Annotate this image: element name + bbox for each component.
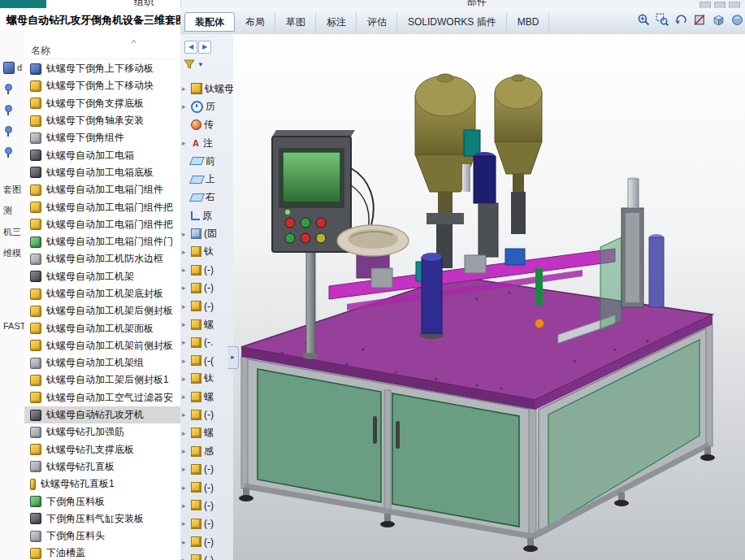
zoom-to-fit-icon[interactable] — [636, 11, 652, 28]
window-control-icon[interactable] — [714, 2, 726, 8]
organize-menu[interactable]: 组织 — [134, 0, 154, 8]
drill-unit[interactable] — [462, 130, 498, 257]
list-item[interactable]: 钛螺母自动加工电箱门组件把 — [24, 216, 180, 233]
expand-arrow-icon[interactable] — [182, 266, 188, 274]
list-item[interactable]: 钛螺母钻孔加强筋 — [24, 423, 180, 441]
list-item[interactable]: 下油槽盖 — [24, 545, 180, 560]
tab-布局[interactable]: 布局 — [235, 12, 275, 32]
glass-door-left[interactable] — [258, 369, 381, 502]
carriage[interactable] — [505, 249, 525, 265]
expand-arrow-icon[interactable] — [182, 85, 188, 93]
list-item[interactable]: 钛螺母自动加工机架 — [24, 268, 180, 285]
list-item[interactable]: 钛螺母下倒角上下移动块 — [24, 77, 180, 94]
list-item[interactable]: 钛螺母下倒角支撑底板 — [24, 95, 180, 112]
feature-tree-item[interactable]: (-) — [180, 406, 233, 423]
feature-tree-item[interactable]: 感 — [180, 442, 233, 460]
section-view-icon[interactable] — [691, 11, 708, 28]
list-item[interactable]: 钛螺母自动加工机架前侧封板 — [24, 337, 180, 354]
feature-tree-item[interactable]: 钛 — [180, 370, 233, 388]
tab-评估[interactable]: 评估 — [357, 12, 397, 32]
feature-tree-item[interactable]: 钛 — [180, 243, 233, 261]
pinned-item-icon[interactable] — [3, 145, 12, 159]
feature-tree-item[interactable]: (-) — [180, 497, 233, 514]
nav-document-item[interactable]: d — [3, 60, 22, 75]
list-item[interactable]: 钛螺母自动加工机架底封板 — [24, 285, 180, 302]
glass-door-right[interactable] — [392, 393, 519, 527]
list-item[interactable]: 下倒角压料板 — [24, 493, 180, 510]
feature-tree-item[interactable]: (-) — [180, 479, 233, 497]
feature-tree-item[interactable]: (-) — [180, 261, 233, 279]
feature-tree-item[interactable]: 注 — [180, 134, 233, 152]
list-item[interactable]: 钛螺母钻孔直板 — [24, 458, 180, 475]
main-viewport[interactable] — [233, 34, 745, 560]
list-item[interactable]: 钛螺母自动加工机架后侧封板 — [24, 302, 180, 319]
tab-标注[interactable]: 标注 — [316, 12, 357, 32]
pinned-item-icon[interactable] — [3, 102, 12, 117]
hopper-right[interactable] — [495, 75, 542, 234]
list-item[interactable]: 下倒角压料气缸安装板 — [24, 510, 180, 527]
feature-tree-item[interactable]: (-) — [180, 514, 233, 532]
nav-text-fragment[interactable]: 套图 — [3, 182, 21, 197]
carriage[interactable] — [465, 255, 486, 273]
list-item[interactable]: 钛螺母钻孔直板1 — [24, 475, 180, 493]
pinned-item-icon[interactable] — [3, 124, 12, 138]
list-item[interactable]: 钛螺母自动加工机架组 — [24, 354, 180, 371]
feature-tree-item[interactable]: 钛螺母 — [180, 80, 233, 98]
expand-arrow-icon[interactable] — [182, 465, 188, 473]
feature-tree-item[interactable]: (-) — [180, 532, 233, 550]
feature-tree-item[interactable]: 传 — [180, 116, 233, 134]
front-cylinder[interactable] — [420, 253, 444, 339]
window-control-icon[interactable] — [729, 2, 740, 8]
nav-text-fragment[interactable]: 维模 — [3, 245, 21, 260]
tab-草图[interactable]: 草图 — [275, 12, 316, 32]
list-item[interactable]: 钛螺母下倒角组件 — [24, 129, 180, 146]
list-item[interactable]: 钛螺母自动加工电箱门组件 — [24, 181, 180, 198]
right-tower[interactable] — [600, 177, 664, 331]
panel-collapse-handle[interactable] — [227, 346, 239, 369]
tree-filter-row[interactable]: ▼ — [184, 59, 204, 70]
expand-arrow-icon[interactable] — [182, 538, 188, 546]
expand-arrow-icon[interactable] — [182, 357, 188, 365]
expand-arrow-icon[interactable] — [182, 410, 188, 419]
list-item[interactable]: 钛螺母自动加工机架面板 — [24, 319, 180, 336]
feature-tree-item[interactable]: (-. — [180, 333, 233, 351]
expand-arrow-icon[interactable] — [182, 501, 188, 510]
nav-text-fragment[interactable]: FAST — [3, 319, 25, 333]
expand-arrow-icon[interactable] — [182, 302, 188, 310]
pinned-item-icon[interactable] — [3, 81, 12, 96]
nav-text-fragment[interactable]: 机三 — [3, 224, 21, 239]
expand-arrow-icon[interactable] — [182, 429, 188, 437]
expand-arrow-icon[interactable] — [182, 284, 188, 292]
green-sensor-bar[interactable] — [535, 268, 543, 306]
feature-tree-item[interactable]: (-) — [180, 279, 233, 297]
list-item[interactable]: 钛螺母下倒角轴承安装 — [24, 112, 180, 129]
window-control-icon[interactable] — [700, 2, 711, 8]
feature-tree-item[interactable]: 螺 — [180, 388, 233, 406]
panel-forward-button[interactable]: ▶ — [198, 41, 211, 54]
hmi-screen[interactable] — [283, 152, 340, 202]
sort-ascending-icon[interactable]: ^ — [132, 38, 136, 48]
list-item[interactable]: 钛螺母钻孔支撑底板 — [24, 441, 180, 458]
feature-tree-item[interactable]: 原 — [180, 206, 233, 224]
orange-knob[interactable] — [535, 319, 544, 328]
feature-tree-item[interactable]: (-) — [180, 460, 233, 478]
list-item[interactable]: 钛螺母下倒角上下移动板 — [24, 60, 180, 77]
feature-tree-item[interactable]: 前 — [180, 152, 233, 170]
nav-text-fragment[interactable]: 测 — [3, 203, 12, 218]
3d-model-canvas[interactable] — [233, 34, 745, 560]
previous-view-icon[interactable] — [674, 11, 690, 28]
expand-arrow-icon[interactable] — [182, 447, 188, 455]
list-item[interactable]: 钛螺母自动加工电箱底板 — [24, 164, 180, 181]
tab-SOLIDWORKS 插件[interactable]: SOLIDWORKS 插件 — [397, 12, 507, 32]
feature-tree-item[interactable]: 螺 — [180, 424, 233, 442]
expand-arrow-icon[interactable] — [182, 338, 188, 346]
pneumatic-cylinder[interactable] — [649, 237, 664, 307]
feature-tree-item[interactable]: 右 — [180, 189, 233, 206]
insert-components-menu[interactable]: 部件 — [467, 0, 487, 8]
list-item[interactable]: 钛螺母自动加工空气过滤器安 — [24, 389, 180, 406]
zoom-area-icon[interactable] — [655, 11, 671, 28]
list-item[interactable]: 钛螺母自动加工机防水边框 — [24, 250, 180, 267]
expand-arrow-icon[interactable] — [182, 102, 188, 111]
view-orientation-icon[interactable] — [710, 11, 726, 28]
tab-MBD[interactable]: MBD — [507, 12, 550, 32]
